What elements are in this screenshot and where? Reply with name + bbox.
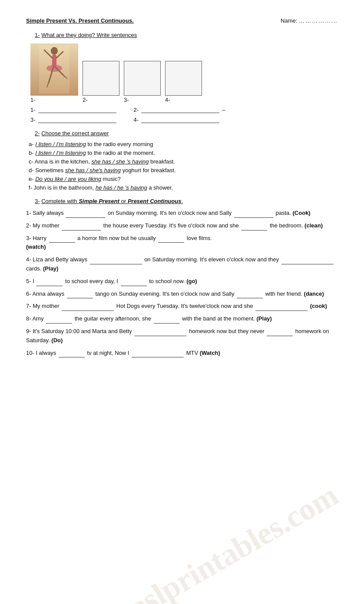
section2: 2- Choose the correct answer a- I listen…: [26, 130, 338, 191]
ex2c: c- Anna is in the kitchen, she has / she…: [29, 158, 338, 165]
ex3-7: 7- My mother Hot Dogs every Tuesday. It'…: [26, 302, 338, 311]
img-num-1: 1-: [30, 97, 36, 103]
img-num-3: 3-: [124, 97, 129, 103]
section3: 3- Complete with Simple Present or Prese…: [26, 198, 338, 357]
ex3-1: 1- Sally always on Sunday morning. It's …: [26, 209, 338, 218]
ex3-6: 6- Anna always tango on Sunday evening. …: [26, 290, 338, 299]
watermark: eslprintables.com: [124, 477, 344, 604]
header: Simple Present Vs. Present Continuous. N…: [26, 17, 338, 24]
section1-label: 1- What are they doing? Write sentences: [35, 32, 338, 38]
ex3-2: 2- My mother the house every Tuesday. It…: [26, 221, 338, 230]
img-num-2: 2-: [83, 97, 88, 103]
ex2b: b- I listen / I'm listening to the radio…: [29, 150, 338, 156]
sentence-line-1: 1-: [30, 107, 116, 113]
sentence-lines-row1: 1- 2-–: [30, 107, 338, 113]
section3-label: 3- Complete with Simple Present or Prese…: [35, 198, 338, 204]
img-box-3: [124, 61, 161, 96]
img-box-4: [165, 61, 202, 96]
sentence-line-2: 2-–: [134, 107, 225, 113]
section2-label: 2- Choose the correct answer: [35, 130, 338, 137]
name-field: Name: ………………: [281, 17, 338, 24]
ex2e: e- Do you like / are you liking music?: [29, 176, 338, 182]
sentence-line-3: 3-: [30, 117, 116, 123]
ballerina-image: [30, 43, 78, 96]
ex3-4: 4- Liza and Betty always on Saturday mor…: [26, 255, 338, 274]
ex2a: a- I listen / I'm listening to the radio…: [29, 141, 338, 147]
sentence-lines-row2: 3- 4-: [30, 117, 338, 123]
svg-rect-9: [39, 46, 69, 93]
ex3-8: 8- Amy the guitar every afternoon, she w…: [26, 314, 338, 324]
ballerina-svg: [39, 46, 69, 93]
img-num-4: 4-: [165, 97, 170, 103]
sentence-line-4: 4-: [134, 117, 220, 123]
ex3-3: 3- Harry a horror film now but he usuall…: [26, 234, 338, 252]
page-title: Simple Present Vs. Present Continuous.: [26, 17, 134, 24]
ex3-5: 5- I to school every day, I to school no…: [26, 277, 338, 286]
img-box-2: [83, 61, 119, 96]
ex2d: d- Sometimes she has / she's having yogh…: [29, 167, 338, 174]
images-row: 1- 2- 3- 4-: [30, 43, 338, 103]
ex3-10: 10- I always tv at night, Now I MTV (Wat…: [26, 349, 338, 358]
ex2f: f- John is in the bathroom, he has / he …: [29, 184, 338, 191]
ex3-9: 9- It's Saturday 10:00 and Marta and Bet…: [26, 327, 338, 345]
